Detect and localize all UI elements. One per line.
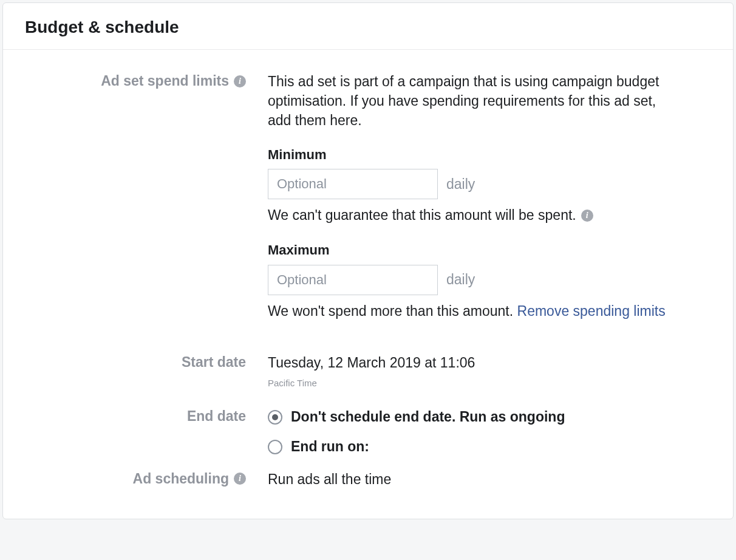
minimum-helper-text: We can't guarantee that this amount will…	[268, 205, 576, 225]
start-date-row: Start date Tuesday, 12 March 2019 at 11:…	[25, 353, 711, 390]
spend-limits-label: Ad set spend limits i	[101, 73, 246, 89]
ad-scheduling-value: Run ads all the time	[268, 471, 391, 487]
end-date-option-endrun-label: End run on:	[291, 437, 369, 457]
card-header: Budget & schedule	[3, 3, 733, 50]
maximum-helper-text: We won't spend more than this amount.	[268, 301, 513, 321]
end-date-label-col: End date	[25, 407, 268, 425]
info-icon[interactable]: i	[234, 75, 246, 87]
maximum-input-row: daily	[268, 265, 711, 295]
spend-limits-content: This ad set is part of a campaign that i…	[268, 72, 711, 336]
spend-limits-row: Ad set spend limits i This ad set is par…	[25, 72, 711, 336]
minimum-input[interactable]	[268, 169, 438, 199]
end-date-label: End date	[187, 408, 246, 425]
maximum-label: Maximum	[268, 241, 711, 260]
info-icon[interactable]: i	[234, 473, 246, 485]
start-date-content: Tuesday, 12 March 2019 at 11:06 Pacific …	[268, 353, 711, 390]
spend-limits-label-text: Ad set spend limits	[101, 73, 229, 89]
maximum-helper: We won't spend more than this amount.	[268, 301, 513, 321]
info-icon[interactable]: i	[581, 210, 593, 222]
radio-icon[interactable]	[268, 410, 282, 425]
start-date-label-col: Start date	[25, 353, 268, 370]
card-body: Ad set spend limits i This ad set is par…	[3, 50, 733, 519]
maximum-suffix: daily	[446, 270, 475, 290]
maximum-input[interactable]	[268, 265, 438, 295]
ad-scheduling-content: Run ads all the time	[268, 470, 711, 490]
minimum-input-row: daily	[268, 169, 711, 199]
ad-scheduling-label: Ad scheduling i	[133, 471, 246, 487]
section-title: Budget & schedule	[25, 18, 711, 37]
radio-icon[interactable]	[268, 440, 282, 454]
minimum-label: Minimum	[268, 145, 711, 165]
start-date-value: Tuesday, 12 March 2019 at 11:06	[268, 353, 711, 373]
start-date-timezone: Pacific Time	[268, 377, 711, 390]
end-date-row: End date Don't schedule end date. Run as…	[25, 407, 711, 467]
end-date-option-ongoing-label: Don't schedule end date. Run as ongoing	[291, 407, 565, 427]
spend-limits-description: This ad set is part of a campaign that i…	[268, 72, 669, 131]
end-date-option-endrun[interactable]: End run on:	[268, 437, 711, 457]
start-date-label: Start date	[182, 354, 246, 370]
remove-spending-limits-link[interactable]: Remove spending limits	[517, 301, 666, 321]
ad-scheduling-label-text: Ad scheduling	[133, 471, 229, 487]
end-date-content: Don't schedule end date. Run as ongoing …	[268, 407, 711, 467]
ad-scheduling-row: Ad scheduling i Run ads all the time	[25, 470, 711, 490]
budget-schedule-card: Budget & schedule Ad set spend limits i …	[2, 2, 734, 519]
minimum-suffix: daily	[446, 174, 475, 194]
spend-limits-label-col: Ad set spend limits i	[25, 72, 268, 89]
minimum-helper: We can't guarantee that this amount will…	[268, 205, 593, 225]
ad-scheduling-label-col: Ad scheduling i	[25, 470, 268, 487]
end-date-option-ongoing[interactable]: Don't schedule end date. Run as ongoing	[268, 407, 711, 427]
